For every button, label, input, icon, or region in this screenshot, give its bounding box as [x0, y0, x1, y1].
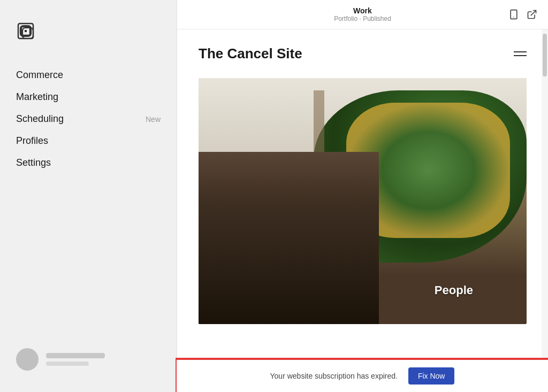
logo-container[interactable] [0, 11, 177, 64]
site-status: Portfolio · Published [334, 15, 391, 22]
sidebar-item-scheduling[interactable]: Scheduling New [16, 108, 161, 130]
site-title: The Cancel Site [199, 45, 302, 62]
top-bar-title: Work Portfolio · Published [334, 6, 391, 22]
sidebar: Commerce Marketing Scheduling New Profil… [0, 0, 177, 392]
hero-image-inner: People [199, 78, 527, 324]
sidebar-item-label-commerce: Commerce [16, 70, 63, 81]
site-header: The Cancel Site [199, 45, 527, 62]
user-name-placeholder [46, 353, 105, 358]
fence-area [199, 152, 379, 324]
sidebar-item-label-settings: Settings [16, 157, 51, 168]
sidebar-nav: Commerce Marketing Scheduling New Profil… [0, 64, 177, 337]
top-bar-actions [508, 9, 537, 20]
squarespace-logo-icon [16, 21, 35, 41]
sidebar-item-marketing[interactable]: Marketing [16, 86, 161, 108]
sidebar-item-profiles[interactable]: Profiles [16, 130, 161, 152]
sidebar-item-label-scheduling: Scheduling [16, 113, 64, 125]
svg-rect-3 [511, 10, 517, 19]
preview-content: The Cancel Site People [177, 29, 548, 335]
user-info [46, 353, 105, 366]
hero-overlay-label: People [435, 283, 473, 297]
preview-area[interactable]: The Cancel Site People [177, 29, 548, 392]
svg-line-5 [531, 11, 536, 16]
mobile-preview-button[interactable] [508, 9, 519, 20]
hamburger-menu-icon[interactable] [514, 51, 527, 56]
svg-rect-2 [25, 30, 27, 32]
external-link-icon [527, 9, 537, 20]
hero-image: People [199, 78, 527, 324]
external-link-button[interactable] [527, 9, 537, 20]
mobile-icon [508, 9, 519, 20]
sidebar-item-settings[interactable]: Settings [16, 152, 161, 174]
scheduling-badge: New [146, 115, 161, 124]
sidebar-item-commerce[interactable]: Commerce [16, 64, 161, 86]
scroll-thumb[interactable] [543, 34, 547, 76]
site-name: Work [334, 6, 391, 15]
scroll-rail[interactable] [542, 29, 548, 392]
notification-message: Your website subscription has expired. [270, 372, 398, 380]
top-bar: Work Portfolio · Published [177, 0, 548, 29]
fix-now-button[interactable]: Fix Now [408, 367, 455, 385]
notification-banner: Your website subscription has expired. F… [177, 359, 548, 392]
sidebar-footer [0, 337, 177, 381]
sidebar-item-label-marketing: Marketing [16, 91, 58, 103]
sidebar-item-label-profiles: Profiles [16, 135, 48, 147]
avatar[interactable] [16, 348, 39, 371]
main-content: Work Portfolio · Published The [177, 0, 548, 392]
user-sub-placeholder [46, 362, 89, 366]
